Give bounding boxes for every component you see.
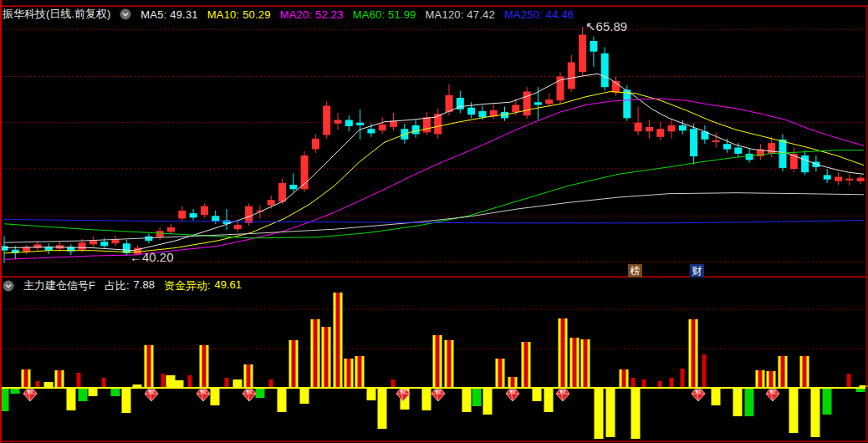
ma-line-MA20 (4, 99, 864, 259)
gem-diamond-icon (23, 390, 37, 401)
stock-app-window: 振华科技(日线.前复权) MA5: 49.31 MA10: 50.29 MA20… (0, 0, 868, 443)
ma-line-MA60 (4, 150, 864, 238)
fund-move-label: 资金异动: (164, 278, 211, 293)
gem-diamond-icon (197, 390, 210, 401)
gem-diamond-icon (556, 390, 569, 401)
ma5-legend: MA5: 49.31 (140, 8, 198, 21)
ma120-legend: MA120: 47.42 (426, 8, 495, 21)
ma-line-MA5 (4, 74, 864, 250)
fund-move-stat: 资金异动: 49.61 (164, 278, 242, 293)
ma250-legend: MA250: 44.46 (504, 8, 574, 21)
ratio-label: 占比: (105, 278, 130, 293)
ma-lines-layer (4, 74, 864, 259)
stock-title: 振华科技(日线.前复权) (3, 7, 110, 22)
ma-line-MA250 (4, 220, 864, 223)
ma-line-MA10 (4, 92, 864, 253)
ma20-legend: MA20: 52.23 (280, 8, 344, 21)
news-badge-cai[interactable]: 财 (690, 264, 704, 278)
price-panel-header: 振华科技(日线.前复权) MA5: 49.31 MA10: 50.29 MA20… (3, 7, 574, 22)
gem-diamond-icon (506, 390, 519, 401)
collapse-indicator-icon[interactable] (3, 280, 14, 292)
gem-diamond-icon (243, 390, 256, 401)
ratio-stat: 占比: 7.88 (105, 278, 155, 293)
collapse-panel-icon[interactable] (120, 8, 131, 20)
price-gridlines (1, 29, 865, 262)
peak-price-annotation: ↖65.89 (585, 19, 627, 34)
ma-line-MA120 (4, 193, 864, 243)
indicator-panel-header: 主力建仓信号F 占比: 7.88 资金异动: 49.61 (3, 278, 242, 293)
low-price-annotation: ←40.20 (130, 250, 174, 264)
gem-diamond-icon (431, 390, 445, 401)
ratio-value: 7.88 (134, 278, 155, 293)
gem-diamond-icon (766, 390, 779, 401)
indicator-bars-layer (0, 293, 868, 439)
indicator-name: 主力建仓信号F (23, 278, 95, 293)
news-badge-bang[interactable]: 榜 (628, 264, 642, 278)
zero-line (0, 387, 865, 389)
gem-diamond-icon (692, 390, 705, 401)
stock-chart-canvas[interactable] (0, 0, 868, 443)
candles-layer (1, 27, 865, 263)
gem-diamond-icon (145, 390, 158, 401)
ma60-legend: MA60: 51.99 (353, 8, 416, 21)
diamond-markers-layer (23, 390, 779, 401)
fund-move-value: 49.61 (215, 278, 243, 293)
ma10-legend: MA10: 50.29 (207, 8, 271, 21)
